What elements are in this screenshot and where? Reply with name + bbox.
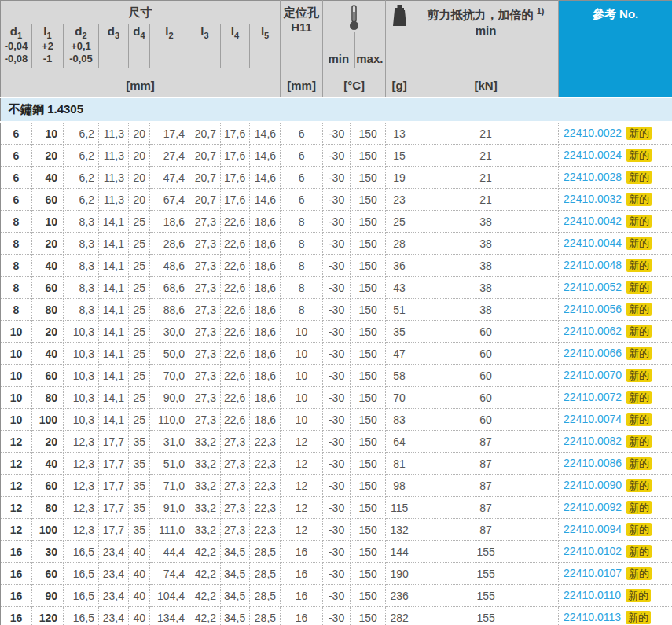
cell-d2: 10,3 xyxy=(64,321,99,343)
cell-l5: 14,6 xyxy=(250,167,281,189)
cell-l4: 17,6 xyxy=(221,145,250,167)
cell-temp-min: -30 xyxy=(323,475,351,497)
cell-l4: 17,6 xyxy=(221,189,250,211)
ref-link[interactable]: 22410.0044 xyxy=(564,237,622,249)
cell-locating-hole: 8 xyxy=(281,211,323,233)
cell-reference: 22410.0094新的 xyxy=(559,519,672,541)
ref-link[interactable]: 22410.0092 xyxy=(564,501,622,513)
pin-unit: [mm] xyxy=(281,68,323,97)
cell-d1: 10 xyxy=(1,387,32,409)
ref-link[interactable]: 22410.0056 xyxy=(564,303,622,315)
cell-d3: 14,1 xyxy=(99,387,129,409)
cell-d2: 6,2 xyxy=(64,189,99,211)
ref-link[interactable]: 22410.0082 xyxy=(564,435,622,447)
ref-link[interactable]: 22410.0110 xyxy=(564,589,621,601)
ref-link[interactable]: 22410.0042 xyxy=(564,215,622,227)
cell-d1: 16 xyxy=(1,541,32,563)
ref-link[interactable]: 22410.0074 xyxy=(564,413,622,425)
dims-unit: [mm] xyxy=(1,68,281,97)
cell-l2: 71,0 xyxy=(150,475,189,497)
cell-l5: 18,6 xyxy=(250,409,281,431)
cell-l2: 50,0 xyxy=(150,343,189,365)
cell-l1: 30 xyxy=(32,541,64,563)
ref-link[interactable]: 22410.0024 xyxy=(564,149,622,161)
cell-l5: 18,6 xyxy=(250,211,281,233)
cell-l3: 27,3 xyxy=(189,277,221,299)
new-badge: 新的 xyxy=(626,457,652,470)
ref-link[interactable]: 22410.0028 xyxy=(564,171,622,183)
cell-temp-min: -30 xyxy=(323,607,351,625)
cell-d1: 12 xyxy=(1,475,32,497)
cell-shear-min: 155 xyxy=(413,563,559,585)
cell-l5: 28,5 xyxy=(250,563,281,585)
table-row: 122012,317,73531,033,227,322,312-3015064… xyxy=(1,431,672,453)
cell-l5: 18,6 xyxy=(250,233,281,255)
cell-d1: 10 xyxy=(1,321,32,343)
cell-l4: 34,5 xyxy=(221,585,250,607)
cell-l2: 68,6 xyxy=(150,277,189,299)
table-row: 6106,211,32017,420,717,614,66-3015013212… xyxy=(1,122,672,145)
cell-l1: 100 xyxy=(32,519,64,541)
cell-l3: 27,3 xyxy=(189,321,221,343)
cell-d1: 10 xyxy=(1,343,32,365)
cell-l1: 10 xyxy=(32,211,64,233)
ref-link[interactable]: 22410.0032 xyxy=(564,193,622,205)
cell-d1: 6 xyxy=(1,189,32,211)
cell-shear-min: 87 xyxy=(413,431,559,453)
ref-link[interactable]: 22410.0094 xyxy=(564,523,622,535)
material-band-row: 不鏽鋼 1.4305 xyxy=(1,97,672,122)
cell-l2: 31,0 xyxy=(150,431,189,453)
cell-l1: 80 xyxy=(32,387,64,409)
ref-link[interactable]: 22410.0048 xyxy=(564,259,622,271)
reference-no-header: 參考 No. xyxy=(559,1,672,98)
cell-d3: 11,3 xyxy=(99,167,129,189)
ref-link[interactable]: 22410.0072 xyxy=(564,391,622,403)
cell-d3: 17,7 xyxy=(99,497,129,519)
cell-locating-hole: 12 xyxy=(281,475,323,497)
ref-link[interactable]: 22410.0113 xyxy=(564,611,621,623)
dim-header-l4: l4 xyxy=(221,24,250,68)
table-row: 6606,211,32067,420,717,614,66-3015023212… xyxy=(1,189,672,211)
cell-weight: 144 xyxy=(386,541,413,563)
cell-l3: 27,3 xyxy=(189,299,221,321)
cell-d1: 12 xyxy=(1,431,32,453)
cell-l3: 20,7 xyxy=(189,145,221,167)
ref-link[interactable]: 22410.0086 xyxy=(564,457,622,469)
cell-l2: 30,0 xyxy=(150,321,189,343)
temp-min-label: min xyxy=(323,52,354,65)
cell-d3: 14,1 xyxy=(99,211,129,233)
ref-link[interactable]: 22410.0022 xyxy=(564,127,622,139)
cell-reference: 22410.0074新的 xyxy=(559,409,672,431)
cell-temp-min: -30 xyxy=(323,431,351,453)
cell-temp-max: 150 xyxy=(351,167,386,189)
locating-hole-tolerance: H11 xyxy=(291,20,312,34)
cell-reference: 22410.0082新的 xyxy=(559,431,672,453)
cell-d3: 14,1 xyxy=(99,343,129,365)
cell-locating-hole: 6 xyxy=(281,167,323,189)
table-row: 128012,317,73591,033,227,322,312-3015011… xyxy=(1,497,672,519)
temp-max-label: max. xyxy=(354,52,386,65)
cell-l5: 14,6 xyxy=(250,122,281,145)
cell-shear-min: 155 xyxy=(413,541,559,563)
table-row: 6206,211,32027,420,717,614,66-3015015212… xyxy=(1,145,672,167)
ref-link[interactable]: 22410.0062 xyxy=(564,325,622,337)
cell-temp-max: 150 xyxy=(351,233,386,255)
cell-d2: 10,3 xyxy=(64,409,99,431)
cell-l4: 17,6 xyxy=(221,167,250,189)
cell-l4: 27,3 xyxy=(221,497,250,519)
cell-d3: 17,7 xyxy=(99,519,129,541)
ref-link[interactable]: 22410.0102 xyxy=(564,545,622,557)
cell-l4: 17,6 xyxy=(221,122,250,145)
cell-shear-min: 38 xyxy=(413,277,559,299)
ref-link[interactable]: 22410.0070 xyxy=(564,369,622,381)
ref-link[interactable]: 22410.0066 xyxy=(564,347,622,359)
cell-d2: 10,3 xyxy=(64,343,99,365)
ref-link[interactable]: 22410.0107 xyxy=(564,567,622,579)
cell-l1: 100 xyxy=(32,409,64,431)
cell-l2: 111,0 xyxy=(150,519,189,541)
cell-weight: 190 xyxy=(386,563,413,585)
ref-link[interactable]: 22410.0090 xyxy=(564,479,622,491)
cell-l3: 33,2 xyxy=(189,475,221,497)
ref-link[interactable]: 22410.0052 xyxy=(564,281,622,293)
cell-reference: 22410.0048新的 xyxy=(559,255,672,277)
